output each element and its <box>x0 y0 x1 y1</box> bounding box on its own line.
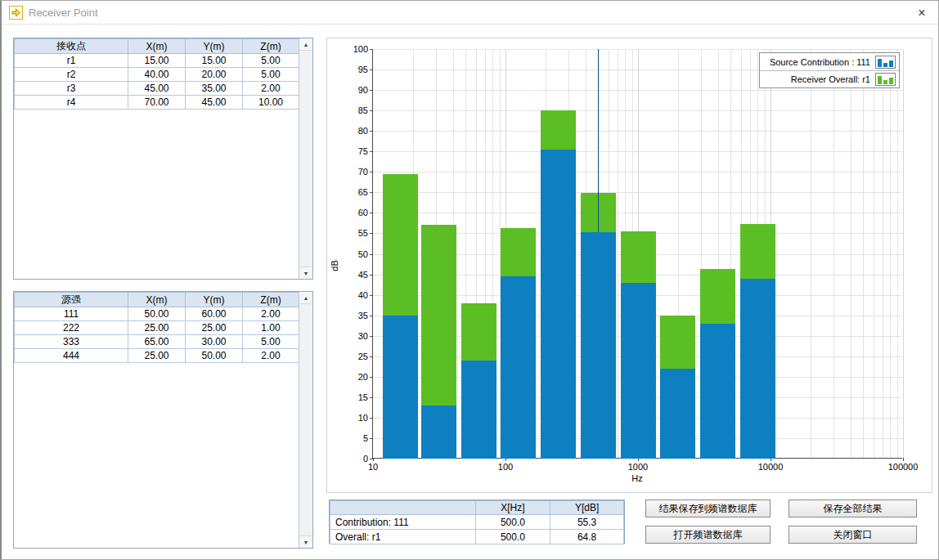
spectrum-plot[interactable]: Source Contribution : 111 Receiver Overa… <box>372 49 902 459</box>
y-tick-mark <box>370 233 373 234</box>
spectrum-chart-panel: dB Source Contribution : 111 Receiver Ov… <box>326 38 932 493</box>
chart-legend: Source Contribution : 111 Receiver Overa… <box>759 52 900 88</box>
save-all-results-button[interactable]: 保存全部结果 <box>788 500 917 517</box>
table-cell[interactable]: 40.00 <box>128 68 186 82</box>
gridline-vertical <box>874 49 874 458</box>
table-cell[interactable]: 2.00 <box>243 82 299 96</box>
x-axis-label: Hz <box>372 473 902 483</box>
chart-bar <box>700 324 735 459</box>
table-cell[interactable]: 50.00 <box>128 307 186 321</box>
table-cell[interactable]: 25.00 <box>128 321 186 335</box>
table-cell[interactable]: 25.00 <box>186 321 243 335</box>
y-tick-mark <box>370 131 373 132</box>
table-cell[interactable]: 111 <box>15 307 128 321</box>
gridline-vertical <box>897 49 898 458</box>
table-cell[interactable]: 65.00 <box>128 335 186 349</box>
source-table-scrollbar[interactable]: ▲ ▼ <box>299 292 312 548</box>
cursor-readout-table: X[Hz]Y[dB]Contribution: 111500.055.3Over… <box>330 500 624 544</box>
table-header-row: 接收点X(m)Y(m)Z(m) <box>15 39 299 54</box>
table-cell[interactable]: 30.00 <box>186 335 243 349</box>
chart-bar <box>421 405 456 459</box>
table-cell[interactable]: 70.00 <box>128 96 186 110</box>
table-cell[interactable]: 2.00 <box>243 349 299 363</box>
source-strength-table[interactable]: 源强X(m)Y(m)Z(m)11150.0060.002.0022225.002… <box>14 292 299 363</box>
table-cell[interactable]: 20.00 <box>186 68 243 82</box>
y-tick-mark <box>370 336 373 337</box>
y-tick-mark <box>370 356 373 357</box>
scroll-down-icon[interactable]: ▼ <box>299 267 312 279</box>
legend-item-source-contribution[interactable]: Source Contribution : 111 <box>760 53 899 70</box>
x-tick-label: 1000 <box>605 462 671 472</box>
y-tick-label: 50 <box>334 249 368 259</box>
save-to-spectrum-db-button[interactable]: 结果保存到频谱数据库 <box>645 500 771 517</box>
table-cell[interactable]: 2.00 <box>243 307 299 321</box>
y-tick-mark <box>370 254 373 255</box>
legend-item-receiver-overall[interactable]: Receiver Overall: r1 <box>760 70 899 87</box>
table-cell[interactable]: r3 <box>15 82 128 96</box>
labview-app-icon <box>9 6 23 20</box>
chart-bar <box>621 283 656 459</box>
chart-bar <box>501 276 536 459</box>
receiver-table-scrollbar[interactable]: ▲ ▼ <box>299 38 312 279</box>
legend-label: Receiver Overall: r1 <box>791 74 870 84</box>
y-tick-label: 35 <box>334 311 368 320</box>
table-cell[interactable]: 5.00 <box>243 68 299 82</box>
open-spectrum-db-button[interactable]: 打开频谱数据库 <box>645 526 771 544</box>
y-tick-mark <box>370 397 373 398</box>
table-cell[interactable]: r1 <box>15 54 128 68</box>
table-cell[interactable]: 25.00 <box>128 349 186 363</box>
x-tick-label: 10000 <box>738 462 803 472</box>
receiver-point-window: Receiver Point × 接收点X(m)Y(m)Z(m)r115.001… <box>0 0 939 560</box>
chart-bar <box>581 232 616 459</box>
chart-bar <box>541 150 576 459</box>
gridline-vertical <box>618 49 618 458</box>
y-tick-mark <box>370 275 373 276</box>
y-tick-label: 15 <box>334 392 368 402</box>
bar-chart-icon <box>875 56 896 69</box>
table-cell[interactable]: 60.00 <box>186 307 243 321</box>
chart-bar <box>740 279 775 459</box>
scroll-up-icon[interactable]: ▲ <box>299 292 312 304</box>
table-cell[interactable]: 50.00 <box>186 349 243 363</box>
table-cell: 500.0 <box>475 530 550 544</box>
y-tick-label: 30 <box>334 331 368 341</box>
receiver-points-table[interactable]: 接收点X(m)Y(m)Z(m)r115.0015.005.00r240.0020… <box>14 38 299 110</box>
table-cell: 55.3 <box>550 515 624 530</box>
y-tick-mark <box>370 418 373 419</box>
y-tick-mark <box>370 110 373 111</box>
column-header: 接收点 <box>15 39 128 54</box>
table-cell[interactable]: 15.00 <box>186 54 243 68</box>
gridline-decade <box>903 49 904 458</box>
column-header: Z(m) <box>243 293 299 307</box>
cursor-line[interactable] <box>598 49 599 232</box>
table-cell[interactable]: 45.00 <box>128 82 186 96</box>
y-tick-mark <box>370 192 373 193</box>
table-cell[interactable]: 5.00 <box>243 54 299 68</box>
column-header: X(m) <box>128 39 186 54</box>
y-tick-label: 90 <box>334 85 368 95</box>
table-cell[interactable]: 5.00 <box>243 335 299 349</box>
table-cell: 64.8 <box>550 530 624 544</box>
scroll-down-icon[interactable]: ▼ <box>299 535 312 548</box>
table-header-row: 源强X(m)Y(m)Z(m) <box>15 293 299 307</box>
table-cell[interactable]: 1.00 <box>243 321 299 335</box>
table-cell[interactable]: 15.00 <box>128 54 186 68</box>
y-tick-mark <box>370 172 373 172</box>
close-window-button[interactable]: 关闭窗口 <box>788 526 917 544</box>
gridline-vertical <box>833 49 834 458</box>
table-cell[interactable]: 10.00 <box>243 96 299 110</box>
table-cell[interactable]: r4 <box>15 96 128 110</box>
y-tick-label: 60 <box>334 208 368 217</box>
scroll-up-icon[interactable]: ▲ <box>299 38 312 51</box>
table-cell[interactable]: 222 <box>15 321 128 335</box>
table-cell[interactable]: 444 <box>15 349 128 363</box>
table-cell[interactable]: 45.00 <box>186 96 243 110</box>
table-cell[interactable]: r2 <box>15 68 128 82</box>
y-tick-label: 100 <box>334 44 368 54</box>
table-cell[interactable]: 35.00 <box>186 82 243 96</box>
table-cell[interactable]: 333 <box>15 335 128 349</box>
y-tick-label: 75 <box>334 146 368 156</box>
y-tick-label: 65 <box>334 187 368 197</box>
y-tick-mark <box>370 213 373 213</box>
close-icon[interactable]: × <box>909 1 935 25</box>
